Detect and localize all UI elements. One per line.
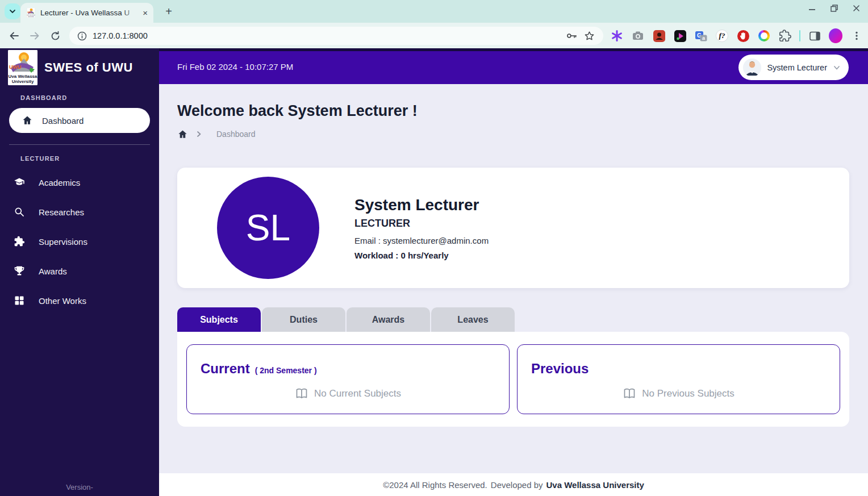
forward-arrow-icon bbox=[29, 30, 40, 41]
minimize-icon[interactable] bbox=[808, 5, 816, 12]
sidebar-item-label: Awards bbox=[39, 266, 67, 276]
f-question-extension-icon[interactable]: f? bbox=[715, 29, 729, 43]
sidebar-item-academics[interactable]: Academics bbox=[0, 168, 159, 197]
svg-text:University: University bbox=[12, 79, 34, 84]
home-icon[interactable] bbox=[177, 129, 188, 140]
sidebar-item-researches[interactable]: Researches bbox=[0, 197, 159, 227]
sidebar-nav: Academics Researches Supervisions bbox=[0, 168, 159, 315]
trophy-icon bbox=[14, 265, 25, 277]
page-title: Welcome back System Lecturer ! bbox=[177, 102, 868, 120]
svg-text:UWU: UWU bbox=[9, 64, 22, 70]
footer-org: Uva Wellassa University bbox=[546, 480, 644, 490]
svg-text:Uva Wellassa: Uva Wellassa bbox=[9, 74, 38, 79]
graduation-cap-icon bbox=[14, 177, 25, 188]
bookmark-star-icon[interactable] bbox=[583, 30, 595, 42]
close-icon[interactable] bbox=[853, 5, 860, 12]
user-avatar bbox=[743, 59, 761, 77]
profile-email: Email : systemlecturer@admin.com bbox=[354, 236, 489, 245]
color-ring-picker-extension-icon[interactable] bbox=[757, 29, 771, 43]
profile-role: LECTURER bbox=[354, 218, 489, 230]
version-label: Version- bbox=[0, 483, 159, 491]
red-grid-extension-icon[interactable] bbox=[652, 29, 666, 43]
forward-button[interactable] bbox=[27, 28, 42, 43]
side-panel-icon[interactable] bbox=[808, 29, 821, 43]
address-bar[interactable]: 127.0.0.1:8000 bbox=[69, 27, 603, 45]
extensions-puzzle-icon[interactable] bbox=[778, 29, 792, 43]
tab-subjects[interactable]: Subjects bbox=[177, 307, 261, 332]
url-text[interactable]: 127.0.0.1:8000 bbox=[93, 31, 148, 40]
profile-email-value: systemlecturer@admin.com bbox=[383, 236, 489, 245]
reload-button[interactable] bbox=[48, 28, 62, 43]
sidebar-item-other-works[interactable]: Other Works bbox=[0, 286, 159, 315]
brand-title: SWES of UWU bbox=[44, 60, 133, 75]
sidebar-item-label: Academics bbox=[39, 178, 80, 187]
app-root: UWU Uva Wellassa University SWES of UWU … bbox=[0, 48, 868, 496]
app-topbar: Fri Feb 02 2024 - 10:07:27 PM System Lec… bbox=[159, 51, 868, 84]
previous-card-title: Previous bbox=[531, 361, 826, 377]
site-info-icon[interactable] bbox=[77, 31, 87, 41]
search-icon bbox=[14, 206, 25, 218]
sidebar: UWU Uva Wellassa University SWES of UWU … bbox=[0, 48, 159, 496]
translate-extension-icon[interactable]: G a bbox=[694, 29, 708, 43]
uwu-logo: UWU Uva Wellassa University bbox=[8, 50, 37, 85]
tab-duties[interactable]: Duties bbox=[262, 307, 345, 332]
chevron-right-icon bbox=[195, 131, 202, 137]
restore-icon[interactable] bbox=[831, 5, 838, 12]
camera-extension-icon[interactable] bbox=[631, 29, 645, 43]
footer-developed-by: Developed by bbox=[491, 480, 543, 490]
password-key-icon[interactable] bbox=[565, 30, 578, 42]
new-tab-button[interactable]: + bbox=[161, 4, 176, 19]
home-icon bbox=[22, 115, 33, 126]
profile-workload: Workload : 0 hrs/Yearly bbox=[354, 251, 489, 260]
no-current-subjects: No Current Subjects bbox=[187, 387, 509, 401]
browser-tab-active[interactable]: UWU Uva Wellassa University Lecturer - U… bbox=[20, 3, 153, 23]
purple-asterisk-extension-icon[interactable] bbox=[610, 29, 624, 43]
tab-title-fade bbox=[122, 9, 138, 17]
svg-text:Uva Wellassa: Uva Wellassa bbox=[27, 14, 36, 15]
datetime-label: Fri Feb 02 2024 - 10:07:27 PM bbox=[177, 62, 293, 72]
sidebar-item-label: Other Works bbox=[39, 296, 86, 306]
current-subjects-card: Current ( 2nd Semester ) No Current Subj… bbox=[186, 344, 510, 414]
browser-toolbar: 127.0.0.1:8000 bbox=[0, 23, 868, 48]
grid-icon bbox=[14, 295, 25, 306]
tab-search-button[interactable] bbox=[5, 3, 20, 19]
profile-name: System Lecturer bbox=[354, 196, 489, 214]
sidebar-section-dashboard: DASHBOARD bbox=[20, 94, 139, 101]
tab-title: Lecturer - Uva Wellassa U bbox=[40, 9, 138, 17]
browser-tabstrip: UWU Uva Wellassa University Lecturer - U… bbox=[0, 0, 868, 23]
menu-dots-icon[interactable] bbox=[850, 29, 863, 43]
screen: UWU Uva Wellassa University Lecturer - U… bbox=[0, 0, 868, 496]
breadcrumb: Dashboard bbox=[177, 128, 868, 140]
profile-workload-value: 0 hrs/Yearly bbox=[400, 251, 448, 260]
sidebar-logo-row: UWU Uva Wellassa University SWES of UWU bbox=[0, 48, 159, 85]
user-menu[interactable]: System Lecturer bbox=[738, 55, 849, 80]
tabs-row: Subjects Duties Awards Leaves bbox=[177, 307, 849, 332]
back-arrow-icon bbox=[9, 30, 20, 41]
user-name-label: System Lecturer bbox=[767, 63, 827, 72]
back-button[interactable] bbox=[7, 28, 22, 43]
reload-icon bbox=[50, 31, 61, 41]
sidebar-item-label: Dashboard bbox=[42, 116, 84, 126]
tab-leaves[interactable]: Leaves bbox=[431, 307, 515, 332]
sidebar-item-supervisions[interactable]: Supervisions bbox=[0, 227, 159, 256]
puzzle-icon bbox=[14, 236, 25, 247]
window-controls bbox=[808, 5, 860, 12]
tab-close-icon[interactable]: × bbox=[143, 9, 148, 17]
subjects-panel: Current ( 2nd Semester ) No Current Subj… bbox=[177, 332, 849, 427]
current-card-title: Current ( 2nd Semester ) bbox=[201, 361, 495, 377]
uwu-favicon: UWU Uva Wellassa University bbox=[26, 8, 36, 18]
footer-copyright: ©2024 All Rights Reserved. bbox=[383, 480, 487, 490]
profile-initials-avatar: SL bbox=[217, 177, 319, 279]
sidebar-item-awards[interactable]: Awards bbox=[0, 256, 159, 286]
chevron-down-icon bbox=[833, 64, 841, 72]
extensions-row: G a f? bbox=[610, 27, 863, 45]
tab-awards[interactable]: Awards bbox=[347, 307, 430, 332]
browser-profile-avatar[interactable] bbox=[829, 29, 842, 43]
svg-text:University: University bbox=[28, 16, 34, 17]
red-hand-blocker-extension-icon[interactable] bbox=[736, 29, 750, 43]
no-previous-subjects: No Previous Subjects bbox=[518, 387, 840, 401]
sidebar-item-dashboard[interactable]: Dashboard bbox=[9, 108, 150, 133]
dark-media-extension-icon[interactable] bbox=[673, 29, 687, 43]
open-book-icon bbox=[623, 387, 636, 401]
sidebar-divider bbox=[9, 144, 150, 145]
